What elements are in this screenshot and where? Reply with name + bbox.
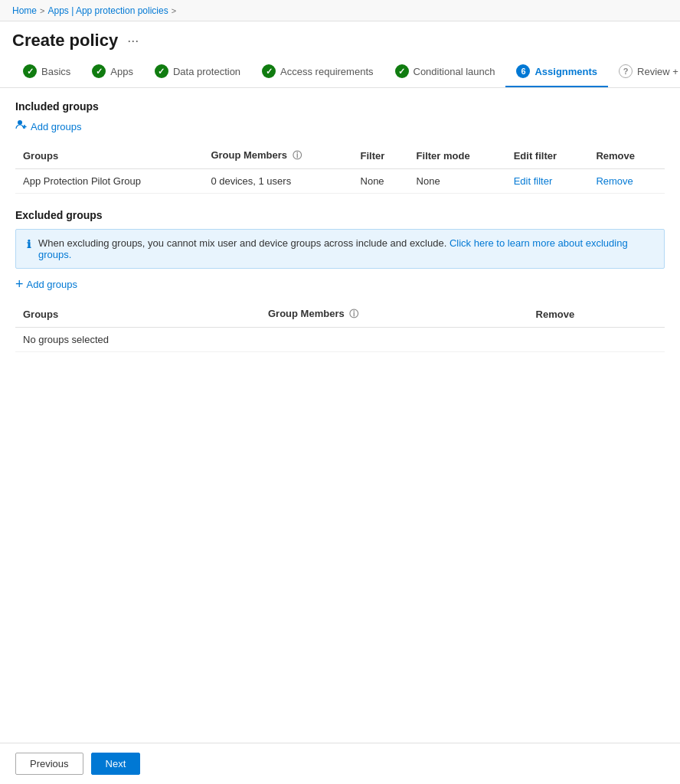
excluded-groups-table: Groups Group Members ⓘ Remove No groups … xyxy=(15,302,665,352)
excluded-groups-table-header-row: Groups Group Members ⓘ Remove xyxy=(15,302,665,328)
excluded-col-remove: Remove xyxy=(528,302,665,328)
remove-link[interactable]: Remove xyxy=(596,175,633,187)
included-row-edit-filter[interactable]: Edit filter xyxy=(506,169,589,194)
tab-data-protection-label: Data protection xyxy=(173,66,240,77)
tab-access-requirements-label: Access requirements xyxy=(280,66,373,77)
included-groups-table-header-row: Groups Group Members ⓘ Filter Filter mod… xyxy=(15,143,665,169)
group-members-info-icon[interactable]: ⓘ xyxy=(293,150,302,161)
included-row-members: 0 devices, 1 users xyxy=(203,169,352,194)
tab-conditional-launch-icon: ✓ xyxy=(395,64,409,78)
tab-basics-icon: ✓ xyxy=(23,64,37,78)
tab-review-create-label: Review + create xyxy=(637,66,680,77)
tab-apps-label: Apps xyxy=(110,66,133,77)
previous-button[interactable]: Previous xyxy=(15,753,83,775)
included-col-groups: Groups xyxy=(15,143,203,169)
main-content: Included groups Add groups Groups xyxy=(0,88,680,364)
excluded-col-groups: Groups xyxy=(15,302,260,328)
included-row-group: App Protection Pilot Group xyxy=(15,169,203,194)
add-included-groups-label: Add groups xyxy=(31,121,82,132)
add-excluded-groups-button[interactable]: + Add groups xyxy=(15,276,77,292)
next-button[interactable]: Next xyxy=(91,753,141,775)
included-row-filter-mode: None xyxy=(409,169,506,194)
page-title: Create policy xyxy=(12,31,118,51)
tab-conditional-launch-label: Conditional launch xyxy=(414,66,495,77)
no-groups-text: No groups selected xyxy=(15,328,665,352)
page-title-area: Create policy ··· xyxy=(0,21,680,57)
wizard-tabs: ✓ Basics ✓ Apps ✓ Data protection ✓ Acce… xyxy=(0,57,680,88)
table-row: App Protection Pilot Group 0 devices, 1 … xyxy=(15,169,665,194)
svg-point-0 xyxy=(18,120,22,125)
tab-basics[interactable]: ✓ Basics xyxy=(12,57,81,87)
included-row-remove[interactable]: Remove xyxy=(588,169,665,194)
tab-access-requirements[interactable]: ✓ Access requirements xyxy=(251,57,384,87)
included-col-filter: Filter xyxy=(353,143,409,169)
info-icon: ℹ xyxy=(27,238,31,250)
included-col-remove: Remove xyxy=(588,143,665,169)
tab-conditional-launch[interactable]: ✓ Conditional launch xyxy=(384,57,506,87)
tab-review-create[interactable]: ? Review + create xyxy=(608,57,680,87)
included-col-edit-filter: Edit filter xyxy=(506,143,589,169)
excluded-groups-info-banner: ℹ When excluding groups, you cannot mix … xyxy=(15,229,665,269)
tab-apps[interactable]: ✓ Apps xyxy=(81,57,144,87)
ellipsis-button[interactable]: ··· xyxy=(124,31,142,51)
excluded-col-group-members: Group Members ⓘ xyxy=(260,302,528,328)
tab-review-create-icon: ? xyxy=(619,64,633,78)
breadcrumb-separator-1: > xyxy=(40,6,44,15)
tab-data-protection-icon: ✓ xyxy=(155,64,168,78)
add-included-groups-button[interactable]: Add groups xyxy=(15,119,82,134)
breadcrumb-bar: Home > Apps | App protection policies > xyxy=(0,0,680,21)
tab-assignments[interactable]: 6 Assignments xyxy=(505,57,608,87)
add-excluded-groups-plus-icon: + xyxy=(15,276,24,292)
tab-basics-label: Basics xyxy=(41,66,70,77)
add-excluded-groups-label: Add groups xyxy=(27,279,78,290)
excluded-groups-section: Excluded groups ℹ When excluding groups,… xyxy=(15,209,665,352)
breadcrumb-separator-2: > xyxy=(172,6,176,15)
included-row-filter: None xyxy=(353,169,409,194)
excluded-groups-heading: Excluded groups xyxy=(15,209,665,221)
tab-access-requirements-icon: ✓ xyxy=(262,64,276,78)
footer: Previous Next xyxy=(0,743,680,784)
tab-data-protection[interactable]: ✓ Data protection xyxy=(144,57,251,87)
included-col-group-members: Group Members ⓘ xyxy=(203,143,352,169)
tab-apps-icon: ✓ xyxy=(92,64,106,78)
breadcrumb-apps-policies[interactable]: Apps | App protection policies xyxy=(47,5,168,16)
breadcrumb-home[interactable]: Home xyxy=(12,5,37,16)
tab-assignments-label: Assignments xyxy=(535,66,597,77)
included-groups-section: Included groups Add groups Groups xyxy=(15,100,665,194)
excluded-group-members-info-icon[interactable]: ⓘ xyxy=(349,309,358,319)
tab-assignments-icon: 6 xyxy=(516,64,530,78)
no-groups-row: No groups selected xyxy=(15,328,665,352)
included-groups-table: Groups Group Members ⓘ Filter Filter mod… xyxy=(15,143,665,194)
included-groups-heading: Included groups xyxy=(15,100,665,113)
edit-filter-link[interactable]: Edit filter xyxy=(514,175,553,187)
add-included-groups-icon xyxy=(15,119,28,134)
info-banner-text: When excluding groups, you cannot mix us… xyxy=(38,237,653,260)
included-col-filter-mode: Filter mode xyxy=(409,143,506,169)
